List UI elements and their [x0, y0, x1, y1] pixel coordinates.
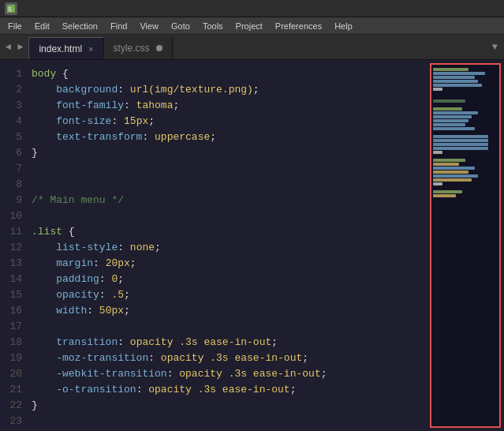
menu-item-view[interactable]: View [133, 17, 165, 34]
code-token-value-num: 20px [106, 256, 130, 272]
minimap-line [433, 135, 488, 138]
code-token-value-num: 15px [124, 114, 148, 129]
code-line [32, 161, 427, 177]
tab-modified-dot-style-css [156, 45, 162, 51]
tab-index-html[interactable]: index.html × [28, 37, 103, 59]
code-token-brace: { [62, 66, 69, 82]
menu-item-preferences[interactable]: Preferences [269, 17, 328, 34]
minimap-line [433, 171, 469, 174]
minimap-line [433, 107, 462, 111]
code-token-value-num: 50px [99, 303, 124, 319]
code-line: text-transform: uppercase; [32, 129, 427, 145]
minimap-line [433, 123, 465, 126]
code-token-selector: .list [32, 224, 69, 240]
code-token-semi: ; [173, 98, 179, 114]
menu-bar: FileEditSelectionFindViewGotoToolsProjec… [0, 17, 504, 35]
code-token-property: transition [32, 335, 118, 350]
tab-arrow-right[interactable]: ► [15, 40, 25, 54]
code-token-colon: : [136, 382, 149, 398]
minimap-line [433, 167, 475, 170]
code-token-property: padding [32, 272, 99, 287]
menu-item-edit[interactable]: Edit [28, 17, 56, 34]
code-token-semi: ; [302, 350, 308, 366]
code-token-semi: ; [130, 256, 136, 272]
code-token-value-url: url(img/texture.png) [130, 82, 253, 98]
line-number: 21 [0, 382, 22, 398]
code-token-semi: ; [210, 129, 216, 145]
menu-item-project[interactable]: Project [230, 17, 269, 34]
code-line [32, 177, 427, 193]
code-token-value-trans: opacity .3s ease-in-out [161, 350, 302, 366]
code-token-colon: : [111, 114, 124, 129]
tab-scroll-arrows[interactable]: ◄ ► [0, 35, 28, 59]
code-token-vendor: -webkit-transition [32, 366, 167, 382]
editor-area: 1234567891011121314151617181920212223242… [0, 60, 504, 431]
tab-label-index-html: index.html [39, 43, 82, 54]
tab-dropdown-button[interactable]: ▼ [486, 35, 504, 59]
minimap-content [431, 65, 499, 201]
code-token-colon: : [93, 256, 106, 272]
code-token-property: font-size [32, 114, 111, 129]
code-token-brace: { [69, 224, 75, 240]
line-number: 15 [0, 287, 22, 303]
code-token-colon: : [142, 129, 155, 145]
line-numbers: 1234567891011121314151617181920212223242… [0, 60, 28, 431]
line-number: 14 [0, 272, 22, 287]
tab-bar: ◄ ► index.html × style.css ▼ [0, 35, 504, 60]
code-token-semi: ; [124, 287, 130, 303]
code-line: list-style: none; [32, 240, 427, 256]
code-token-colon: : [124, 98, 136, 114]
code-token-vendor: -moz-transition [32, 350, 148, 366]
code-token-value-trans: opacity .3s ease-in-out [179, 366, 320, 382]
code-line: -moz-transition: opacity .3s ease-in-out… [32, 350, 427, 366]
line-number: 9 [0, 193, 22, 208]
menu-item-selection[interactable]: Selection [56, 17, 104, 34]
line-number: 1 [0, 66, 22, 82]
code-token-colon: : [87, 303, 99, 319]
line-number: 18 [0, 335, 22, 350]
code-token-property: font-family [32, 98, 124, 114]
line-number: 17 [0, 319, 22, 335]
code-token-selector: body [32, 66, 62, 82]
code-token-property: opacity [32, 287, 99, 303]
menu-item-find[interactable]: Find [104, 17, 133, 34]
minimap[interactable] [430, 63, 501, 428]
code-token-colon: : [118, 240, 130, 256]
code-token-colon: : [118, 82, 130, 98]
line-number: 20 [0, 366, 22, 382]
menu-item-file[interactable]: File [2, 17, 28, 34]
minimap-line [433, 182, 442, 186]
code-token-semi: ; [124, 303, 130, 319]
line-number: 16 [0, 303, 22, 319]
code-token-property: background [32, 82, 118, 98]
menu-item-tools[interactable]: Tools [196, 17, 230, 34]
code-line [32, 208, 427, 224]
minimap-line [433, 84, 482, 87]
code-token-colon: : [99, 272, 112, 287]
code-line: -o-transition: opacity .3s ease-in-out; [32, 382, 427, 398]
code-line: -webkit-transition: opacity .3s ease-in-… [32, 366, 427, 382]
code-token-value-trans: opacity .3s ease-in-out [148, 382, 289, 398]
line-number: 4 [0, 114, 22, 129]
minimap-line [433, 174, 478, 178]
code-token-property: text-transform [32, 129, 142, 145]
minimap-line [433, 68, 469, 71]
code-line: } [32, 398, 427, 414]
code-area[interactable]: body { background: url(img/texture.png);… [28, 60, 430, 431]
code-line: transition: opacity .3s ease-in-out; [32, 335, 427, 350]
minimap-line [433, 80, 478, 83]
code-token-semi: ; [253, 82, 259, 98]
code-token-value-num: 0 [111, 272, 118, 287]
tab-arrow-left[interactable]: ◄ [3, 40, 13, 54]
code-token-property: width [32, 303, 87, 319]
line-number: 5 [0, 129, 22, 145]
code-line: width: 50px; [32, 303, 427, 319]
minimap-line [433, 72, 485, 75]
code-line [32, 319, 427, 335]
minimap-line [433, 163, 459, 166]
tab-style-css[interactable]: style.css [104, 37, 173, 59]
menu-item-help[interactable]: Help [328, 17, 359, 34]
code-token-value-keyword: none [130, 240, 155, 256]
menu-item-goto[interactable]: Goto [165, 17, 196, 34]
tab-close-index-html[interactable]: × [88, 44, 93, 54]
